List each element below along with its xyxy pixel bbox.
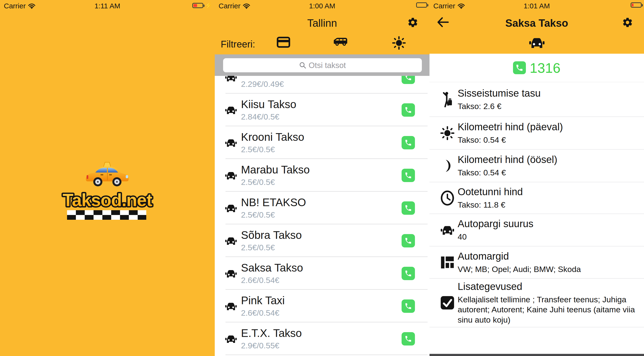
taxi-list-row[interactable]: Pink Taxi 2.6€/0.54€ [215, 290, 430, 322]
sun-filter-icon[interactable] [392, 36, 406, 50]
car-icon [225, 301, 237, 311]
taxi-cartoon-image [85, 160, 130, 190]
phone-number-row[interactable]: 1316 [430, 54, 644, 82]
detail-row: Ootetunni hind Takso: 11.8 € [430, 182, 644, 214]
taxi-price: 2.5€/0.5€ [241, 210, 306, 220]
car-icon [225, 105, 237, 115]
taxi-list-screen: Carrier 1:00 AM Tallinn Filtreeri: [215, 0, 430, 356]
taxi-price: 2.6€/0.54€ [241, 276, 303, 285]
car-icon [529, 36, 544, 49]
phone-icon [516, 64, 524, 72]
settings-gear-icon[interactable] [622, 17, 633, 28]
status-time: 1:01 AM [430, 2, 644, 10]
taxi-list-row[interactable]: Marabu Takso 2.5€/0.5€ [215, 159, 430, 192]
clock-icon [440, 190, 454, 206]
call-button[interactable] [402, 267, 415, 280]
detail-title: Automargid [458, 250, 581, 262]
brands-grid-icon [441, 256, 454, 268]
taxi-list: Reval Takso 2.29€/0.49€ Kiisu Takso 2.84… [215, 61, 430, 355]
taxi-price: 2.29€/0.49€ [241, 80, 301, 89]
taxi-list-row[interactable]: Saksa Takso 2.6€/0.54€ [215, 257, 430, 290]
car-icon [225, 334, 237, 344]
taxi-list-row[interactable]: NB! ETAKSO 2.5€/0.5€ [215, 192, 430, 224]
search-icon [299, 62, 306, 69]
battery-icon [631, 2, 642, 8]
detail-row: Automargid VW; MB; Opel; Audi; BMW; Skod… [430, 246, 644, 279]
taxi-name: Kiisu Takso [241, 98, 296, 111]
status-time: 1:00 AM [215, 2, 430, 10]
phone-icon [404, 172, 412, 179]
detail-title: Kilomeetri hind (öösel) [458, 154, 558, 165]
call-button[interactable] [402, 103, 415, 117]
taxi-price: 2.5€/0.5€ [241, 243, 302, 252]
detail-row: Kilomeetri hind (päeval) Takso: 0.54 € [430, 117, 644, 150]
settings-gear-icon[interactable] [407, 17, 418, 28]
card-payment-filter-icon[interactable] [277, 36, 290, 48]
phone-number: 1316 [530, 60, 560, 76]
detail-row: Lisategevused Kellajaliselt tellimine ; … [430, 279, 644, 327]
bottom-edge-bar [430, 354, 644, 356]
taxi-price: 2.84€/0.5€ [241, 112, 296, 122]
car-icon [441, 224, 454, 236]
call-button[interactable] [402, 169, 415, 182]
detail-value: Takso: 2.6 € [458, 101, 541, 111]
filter-label: Filtreeri: [221, 39, 255, 50]
taxi-list-row[interactable]: Sõbra Takso 2.5€/0.5€ [215, 224, 430, 257]
detail-value: VW; MB; Opel; Audi; BMW; Skoda [458, 264, 581, 274]
taxi-detail-screen: Carrier 1:01 AM Saksa Takso 1316 [430, 0, 644, 356]
phone-icon [404, 106, 412, 114]
taxi-price: 2.9€/0.55€ [241, 341, 302, 350]
taxi-name: Saksa Takso [241, 262, 303, 274]
taxi-price: 2.5€/0.5€ [241, 178, 310, 187]
phone-icon [404, 139, 412, 146]
detail-row: Sisseistumise tasu Takso: 2.6 € [430, 82, 644, 117]
search-input[interactable]: Otsi taksot [223, 58, 422, 72]
taxi-name: Marabu Takso [241, 164, 310, 176]
detail-value: Takso: 11.8 € [458, 200, 523, 210]
charging-bolt-icon: ⚡ [205, 2, 212, 8]
splash-screen: Carrier 1:11 AM ⚡ [0, 0, 215, 356]
call-button[interactable] [402, 136, 415, 149]
call-button[interactable] [513, 61, 526, 74]
orange-header: Carrier 1:00 AM Tallinn Filtreeri: [215, 0, 430, 54]
call-button[interactable] [402, 202, 415, 215]
app-screenshot: Carrier 1:11 AM ⚡ [0, 0, 644, 356]
detail-title: Ootetunni hind [458, 186, 523, 198]
taksod-net-logo: Taksod.net [0, 188, 215, 212]
phone-icon [404, 237, 412, 244]
page-title: Tallinn [215, 17, 430, 29]
phone-icon [404, 335, 412, 343]
moon-icon [442, 158, 453, 173]
orange-header: Carrier 1:01 AM Saksa Takso [430, 0, 644, 54]
detail-value: 40 [458, 232, 534, 242]
checkbox-icon [441, 296, 454, 310]
van-filter-icon[interactable] [333, 36, 348, 47]
detail-title: Kilomeetri hind (päeval) [458, 121, 563, 133]
call-button[interactable] [402, 300, 415, 313]
detail-title: Autopargi suurus [458, 218, 534, 230]
car-icon [225, 269, 237, 278]
detail-value: Takso: 0.54 € [458, 135, 563, 145]
detail-row: Autopargi suurus 40 [430, 214, 644, 246]
call-button[interactable] [402, 332, 415, 346]
car-icon [225, 170, 237, 180]
phone-icon [404, 302, 412, 310]
status-bar: Carrier 1:11 AM ⚡ [0, 0, 215, 11]
taxi-list-row[interactable]: Kiisu Takso 2.84€/0.5€ [215, 94, 430, 126]
detail-title: Lisategevused [458, 281, 637, 292]
taxi-name: NB! ETAKSO [241, 196, 306, 209]
taxi-list-row[interactable]: E.T.X. Takso 2.9€/0.55€ [215, 322, 430, 355]
taxi-name: E.T.X. Takso [241, 327, 302, 340]
phone-icon [404, 270, 412, 277]
detail-title: Sisseistumise tasu [458, 88, 541, 99]
logo-text: Taksod.net [62, 190, 152, 210]
battery-icon [192, 3, 203, 8]
detail-value: Takso: 0.54 € [458, 168, 558, 178]
car-icon [225, 203, 237, 213]
car-icon [225, 236, 237, 246]
search-band: Otsi taksot [215, 54, 430, 76]
taxi-list-row[interactable]: Krooni Takso 2.5€/0.5€ [215, 126, 430, 159]
call-button[interactable] [402, 234, 415, 248]
taxi-name: Pink Taxi [241, 294, 285, 307]
taxi-name: Krooni Takso [241, 131, 304, 144]
